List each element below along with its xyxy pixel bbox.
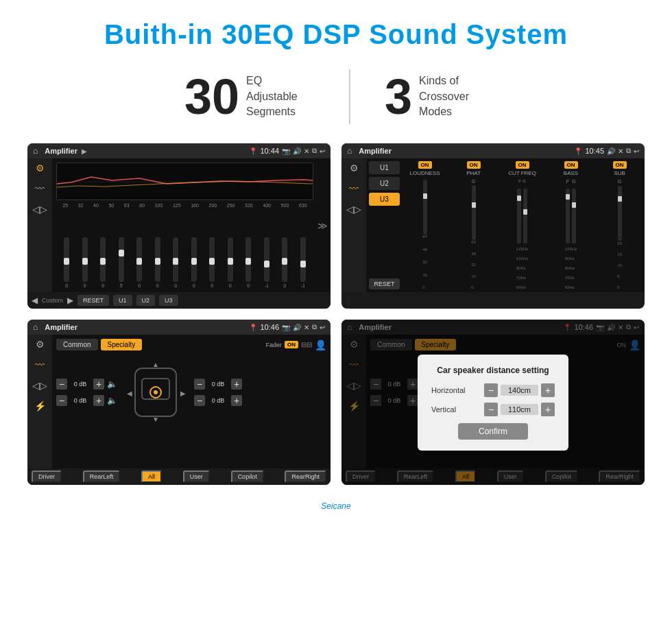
dialog-vertical-minus[interactable]: − [484, 403, 498, 416]
eq-slider-track[interactable] [136, 237, 142, 282]
back-icon-1[interactable]: ↩ [320, 147, 325, 155]
reset-btn[interactable]: RESET [77, 295, 109, 306]
on-badge-cutfreq[interactable]: ON [516, 161, 529, 169]
scroll-right-icon[interactable]: ≫ [317, 220, 328, 231]
play-icon-1[interactable]: ▶ [82, 147, 87, 155]
home-icon-1[interactable]: ⌂ [33, 146, 38, 156]
copilot-btn[interactable]: Copilot [231, 470, 264, 483]
eq-slider-track[interactable] [173, 237, 178, 282]
vol-icon-3[interactable]: 🔊 [293, 324, 301, 331]
u1-btn[interactable]: U1 [113, 295, 132, 306]
u1-cross-btn[interactable]: U1 [369, 161, 400, 174]
vol-icon-3b[interactable]: ◁▷ [32, 380, 47, 391]
eq-slider-track[interactable] [82, 237, 88, 282]
wave-icon-2[interactable]: 〰 [349, 183, 359, 194]
fader-on-badge[interactable]: ON [285, 341, 298, 348]
rearleft-btn[interactable]: RearLeft [83, 470, 121, 483]
cross-main: U1 U2 U3 RESET ON LOUDNESS [366, 158, 645, 292]
window-icon-2[interactable]: ⧉ [626, 147, 631, 155]
eq-slider-track[interactable] [100, 237, 106, 282]
eq-icon-1[interactable]: ⚙ [36, 163, 45, 174]
confirm-button[interactable]: Confirm [458, 423, 528, 440]
u3-btn[interactable]: U3 [159, 295, 178, 306]
back-icon-2[interactable]: ↩ [634, 147, 639, 155]
eq-slider-track[interactable] [119, 237, 124, 282]
rearright-btn[interactable]: RearRight [285, 470, 326, 483]
vol-icon-1[interactable]: ◁▷ [32, 204, 47, 215]
on-badge-sub[interactable]: ON [613, 161, 627, 169]
wave-icon-3[interactable]: 〰 [35, 359, 45, 370]
x-icon-2[interactable]: ✕ [618, 147, 623, 155]
db-minus-fl[interactable]: − [56, 379, 67, 390]
u2-cross-btn[interactable]: U2 [369, 177, 400, 190]
u3-cross-btn[interactable]: U3 [369, 193, 400, 206]
reset-cross-btn[interactable]: RESET [369, 278, 400, 289]
dialog-title: Car speaker distance setting [431, 366, 555, 375]
eq-slider-track[interactable] [282, 237, 287, 282]
window-icon-1[interactable]: ⧉ [312, 147, 317, 155]
wave-icon-1[interactable]: 〰 [35, 183, 45, 194]
loudness-v-track[interactable] [423, 180, 427, 235]
eq-slider-track[interactable] [191, 237, 197, 282]
db-minus-rr[interactable]: − [194, 395, 205, 406]
status-icons-2: 📍 10:45 🔊 ✕ ⧉ ↩ [574, 147, 639, 155]
u2-btn[interactable]: U2 [136, 295, 156, 306]
user-icon-3[interactable]: 👤 [315, 339, 326, 350]
on-badge-bass[interactable]: ON [564, 161, 578, 169]
eq-slider-col: -1 [300, 237, 306, 288]
eq-slider-track[interactable] [209, 237, 215, 282]
home-icon-2[interactable]: ⌂ [347, 146, 352, 156]
cutfreq-v-track1[interactable] [517, 189, 521, 243]
db-minus-fr[interactable]: − [194, 379, 205, 390]
on-badge-phat[interactable]: ON [467, 161, 481, 169]
eq-val: 0 [211, 283, 213, 288]
eq-slider-track[interactable] [245, 237, 251, 282]
cross-slider-sub [618, 185, 622, 241]
db-plus-rr[interactable]: + [231, 395, 242, 406]
dialog-vertical-plus[interactable]: + [541, 403, 555, 416]
x-icon-3[interactable]: ✕ [304, 324, 309, 331]
home-icon-3[interactable]: ⌂ [33, 322, 38, 332]
location-icon-1: 📍 [249, 147, 257, 155]
db-val-rr: 0 dB [208, 397, 228, 404]
eq-icon-2[interactable]: ⚙ [350, 163, 359, 174]
eq-icon-3[interactable]: ⚙ [36, 339, 45, 350]
bass-v-track2[interactable] [572, 189, 576, 243]
x-icon-1[interactable]: ✕ [304, 147, 309, 155]
prev-btn[interactable]: ◀ [32, 296, 38, 305]
eq-slider-track[interactable] [64, 237, 69, 282]
bt-icon-3[interactable]: ⚡ [34, 401, 46, 412]
eq-slider-track[interactable] [300, 237, 306, 282]
eq-slider-track[interactable] [155, 237, 160, 282]
eq-slider-track[interactable] [264, 237, 269, 282]
specialty-tab[interactable]: Specialty [101, 339, 143, 350]
db-minus-rl[interactable]: − [56, 395, 67, 406]
cross-channel-cutfreq: ON CUT FREQ FG [500, 161, 544, 289]
db-plus-rl[interactable]: + [93, 395, 104, 406]
db-plus-fl[interactable]: + [93, 379, 104, 390]
eq-bottom-bar: ◀ Custom ▶ RESET U1 U2 U3 [27, 292, 331, 309]
vol-icon-2[interactable]: 🔊 [607, 147, 615, 155]
driver-btn[interactable]: Driver [32, 470, 62, 483]
on-badge-loudness[interactable]: ON [418, 161, 432, 169]
cutfreq-v-track2[interactable] [523, 189, 527, 243]
eq-slider-track[interactable] [228, 237, 233, 282]
common-tab[interactable]: Common [56, 339, 98, 350]
bass-v-track1[interactable] [566, 189, 570, 243]
next-btn[interactable]: ▶ [67, 296, 73, 305]
dialog-box: Car speaker distance setting Horizontal … [418, 355, 568, 451]
all-btn[interactable]: All [141, 470, 162, 483]
dialog-horizontal-minus[interactable]: − [484, 383, 498, 397]
back-icon-3[interactable]: ↩ [320, 324, 325, 331]
status-bar-2: ⌂ Amplifier 📍 10:45 🔊 ✕ ⧉ ↩ [341, 143, 645, 158]
vol-icon-2b[interactable]: ◁▷ [346, 204, 361, 215]
status-icons-3: 📍 10:46 📷 🔊 ✕ ⧉ ↩ [249, 323, 325, 331]
user-btn[interactable]: User [183, 470, 210, 483]
db-plus-fr[interactable]: + [231, 379, 242, 390]
window-icon-3[interactable]: ⧉ [312, 323, 317, 331]
cutfreq-labels: FG [518, 179, 525, 183]
screen1-title: Amplifier [45, 147, 77, 155]
phat-v-track[interactable] [472, 185, 476, 240]
sub-v-track[interactable] [618, 186, 622, 241]
dialog-horizontal-plus[interactable]: + [541, 383, 555, 397]
